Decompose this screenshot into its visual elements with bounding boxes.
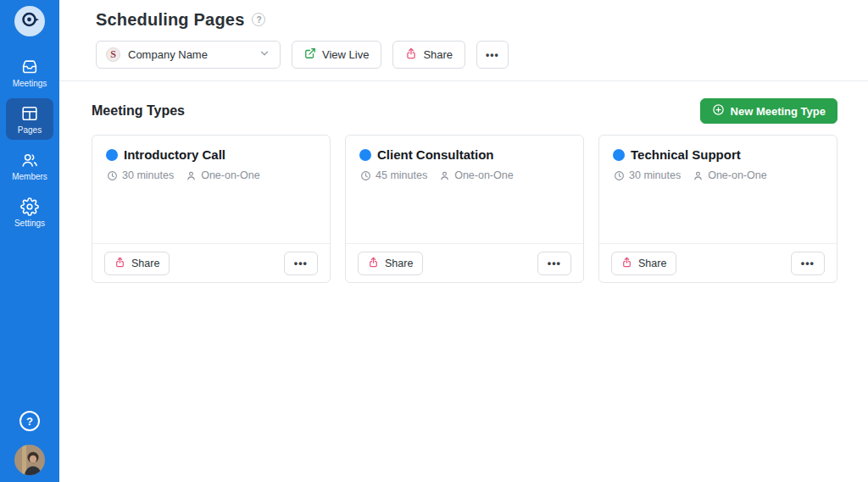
meeting-type-card: Technical Support 30 minutes One-on-One xyxy=(598,135,837,283)
attendee-meta: One-on-One xyxy=(693,169,766,181)
meeting-type-cards: Introductory Call 30 minutes One-on-One xyxy=(92,135,837,283)
sidebar: Meetings Pages Members xyxy=(0,0,59,482)
sidebar-item-label: Members xyxy=(12,172,47,181)
chevron-down-icon xyxy=(259,47,270,63)
sidebar-item-label: Settings xyxy=(14,219,45,228)
app-logo[interactable] xyxy=(14,6,45,36)
ellipsis-icon: ••• xyxy=(294,258,308,269)
sidebar-item-label: Pages xyxy=(18,125,42,135)
sidebar-item-pages[interactable]: Pages xyxy=(6,98,53,140)
view-live-button[interactable]: View Live xyxy=(292,41,381,69)
attendee-meta: One-on-One xyxy=(439,169,513,181)
page-title: Scheduling Pages xyxy=(96,10,244,30)
help-icon[interactable]: ? xyxy=(19,411,40,431)
meeting-color-dot xyxy=(359,149,371,161)
duration-label: 45 minutes xyxy=(376,169,427,181)
meeting-color-dot xyxy=(106,149,118,161)
meeting-type-card: Client Consultation 45 minutes One-on-On… xyxy=(345,135,584,283)
person-icon xyxy=(186,170,197,181)
card-more-button[interactable]: ••• xyxy=(284,252,318,275)
attendee-type-label: One-on-One xyxy=(708,169,766,181)
pages-icon xyxy=(20,104,39,123)
card-share-button[interactable]: Share xyxy=(358,252,423,275)
share-page-button[interactable]: Share xyxy=(392,41,465,69)
company-logo-icon: S xyxy=(106,47,120,62)
attendee-meta: One-on-One xyxy=(186,169,259,181)
duration-label: 30 minutes xyxy=(629,169,681,181)
sidebar-item-members[interactable]: Members xyxy=(6,145,53,186)
meeting-type-link[interactable]: Introductory Call xyxy=(106,147,316,162)
card-share-button[interactable]: Share xyxy=(104,252,170,275)
title-help-icon[interactable]: ? xyxy=(252,13,265,26)
plus-circle-icon xyxy=(712,103,725,119)
meeting-type-title: Client Consultation xyxy=(377,147,494,162)
sidebar-bottom: ? xyxy=(14,411,45,482)
help-glyph: ? xyxy=(256,15,261,25)
toolbar: S Company Name View Live xyxy=(96,41,868,69)
share-icon xyxy=(621,257,632,270)
clock-icon xyxy=(360,170,371,181)
duration-meta: 30 minutes xyxy=(107,169,174,181)
content-area: Scheduling Pages ? S Company Name xyxy=(59,0,868,482)
sidebar-item-settings[interactable]: Settings xyxy=(6,191,53,233)
new-meeting-type-button[interactable]: New Meeting Type xyxy=(700,98,837,124)
company-selector-value: Company Name xyxy=(128,48,251,61)
share-icon xyxy=(405,47,417,62)
ellipsis-icon: ••• xyxy=(548,258,561,269)
person-icon xyxy=(439,170,450,181)
sidebar-nav: Meetings Pages Members xyxy=(0,52,59,233)
view-live-label: View Live xyxy=(322,48,369,61)
inbox-icon xyxy=(20,58,39,76)
duration-meta: 30 minutes xyxy=(614,169,681,181)
share-label: Share xyxy=(131,258,159,269)
meeting-type-link[interactable]: Technical Support xyxy=(613,147,823,162)
share-icon xyxy=(114,257,125,270)
duration-label: 30 minutes xyxy=(122,169,174,181)
user-avatar[interactable] xyxy=(14,445,45,475)
sidebar-item-label: Meetings xyxy=(13,79,47,88)
meeting-type-title: Introductory Call xyxy=(124,147,225,162)
clock-logo-icon xyxy=(19,9,40,33)
attendee-type-label: One-on-One xyxy=(201,169,259,181)
card-more-button[interactable]: ••• xyxy=(791,252,825,275)
members-icon xyxy=(20,151,39,169)
share-icon xyxy=(368,257,379,270)
section-title: Meeting Types xyxy=(92,103,185,119)
duration-meta: 45 minutes xyxy=(360,169,427,181)
gear-icon xyxy=(20,197,39,216)
meeting-type-link[interactable]: Client Consultation xyxy=(359,147,570,162)
new-meeting-type-label: New Meeting Type xyxy=(731,105,826,118)
clock-icon xyxy=(107,170,118,181)
meeting-type-card: Introductory Call 30 minutes One-on-One xyxy=(92,135,331,283)
ellipsis-icon: ••• xyxy=(801,258,815,269)
meeting-color-dot xyxy=(613,149,625,161)
page-header: Scheduling Pages ? S Company Name xyxy=(59,0,868,81)
page-more-button[interactable]: ••• xyxy=(476,41,509,69)
main-section: Meeting Types New Meeting Type Introduct… xyxy=(59,81,868,283)
share-label: Share xyxy=(638,258,666,269)
external-link-icon xyxy=(304,47,316,62)
clock-icon xyxy=(614,170,625,181)
share-label: Share xyxy=(385,258,413,269)
attendee-type-label: One-on-One xyxy=(454,169,513,181)
help-glyph: ? xyxy=(26,415,33,428)
card-share-button[interactable]: Share xyxy=(611,252,676,275)
ellipsis-icon: ••• xyxy=(486,49,499,61)
person-icon xyxy=(693,170,704,181)
company-selector[interactable]: S Company Name xyxy=(96,41,281,69)
share-label: Share xyxy=(423,48,453,61)
sidebar-item-meetings[interactable]: Meetings xyxy=(6,52,53,93)
meeting-type-title: Technical Support xyxy=(631,147,741,162)
card-more-button[interactable]: ••• xyxy=(537,252,571,275)
